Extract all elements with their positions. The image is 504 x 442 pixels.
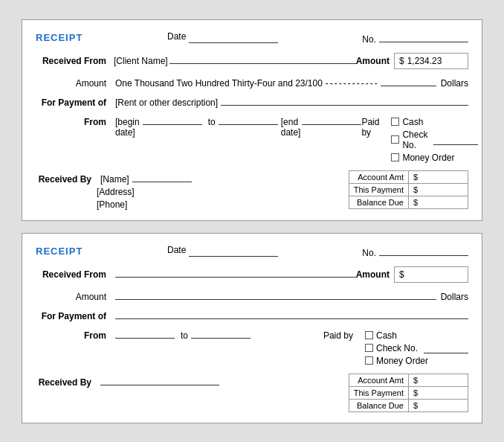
- receipt-1-account-amt-row: Account Amt $: [349, 170, 468, 183]
- receipt-1-account-amt-value: $: [409, 170, 468, 183]
- receipt-1-received-from-field[interactable]: [169, 52, 356, 64]
- receipt-1-from-label: From: [36, 117, 106, 127]
- receipt-2-from-label: From: [36, 330, 106, 341]
- receipt-2-paid-by-section: Paid by Cash Check No. Money Order: [323, 330, 468, 366]
- receipt-1-paid-by-section: Paid by Cash Check No. Money Order: [361, 117, 478, 163]
- receipt-1-phone-value: [Phone]: [97, 199, 127, 210]
- receipt-1-no-label: No.: [362, 34, 376, 45]
- receipt-2-this-payment-value: $: [409, 386, 468, 399]
- receipt-2-money-order-label: Money Order: [376, 356, 428, 366]
- receipt-1-from-field[interactable]: [143, 113, 202, 125]
- receipt-1-amount-box: $ 1,234.23: [394, 53, 468, 69]
- receipt-1-to-label: to: [208, 117, 216, 127]
- receipt-1-cash-option: Cash: [391, 117, 478, 127]
- receipt-1-check-option: Check No.: [391, 129, 478, 150]
- receipt-2-received-by-row: Received By: [36, 374, 219, 388]
- receipt-1-date-field[interactable]: [189, 31, 278, 43]
- receipt-1-account-table: Account Amt $ This Payment $ Balance Due…: [349, 170, 468, 209]
- receipt-1-received-by-label: Received By: [36, 174, 91, 185]
- receipt-2-balance-due-row: Balance Due $: [349, 399, 468, 411]
- receipt-2-check-no-field[interactable]: [424, 343, 468, 353]
- receipt-2-no-field[interactable]: [379, 244, 468, 256]
- receipt-2-amount-text-row: Amount Dollars: [36, 288, 468, 302]
- receipt-1: RECEIPT Date No. Received From [Client N…: [22, 19, 482, 221]
- receipt-1-amount-suffix: Dollars: [441, 78, 468, 89]
- receipt-1-phone-row: [Phone]: [97, 199, 192, 210]
- receipt-2-no-label: No.: [362, 248, 376, 258]
- receipt-2-account-amt-value: $: [409, 374, 468, 386]
- receipt-2-for-payment-label: For Payment of: [36, 311, 106, 321]
- receipt-2-for-payment-field[interactable]: [115, 307, 468, 319]
- receipt-2-received-from-label: Received From: [36, 269, 106, 280]
- receipt-2-money-order-checkbox[interactable]: [365, 356, 373, 365]
- receipt-1-paid-by-label: Paid by: [361, 117, 379, 138]
- receipt-1-received-by-field[interactable]: [132, 170, 192, 182]
- receipt-1-amount-text-row: Amount One Thousand Two Hundred Thirty-F…: [36, 74, 468, 89]
- receipt-1-paid-by-options: Cash Check No. Money Order: [391, 117, 478, 163]
- receipt-2-to-field[interactable]: [191, 327, 251, 339]
- receipt-1-money-order-label: Money Order: [402, 153, 454, 163]
- receipt-2-amount-text-field[interactable]: [115, 288, 436, 300]
- receipt-1-address-value: [Address]: [97, 187, 135, 197]
- receipt-2-from-field[interactable]: [115, 327, 175, 339]
- receipt-1-received-by-value: [Name]: [100, 174, 129, 185]
- receipt-1-received-from-label: Received From: [36, 56, 106, 66]
- receipt-1-to-field-extra[interactable]: [302, 113, 361, 125]
- receipt-1-balance-due-row: Balance Due $: [349, 196, 468, 208]
- receipt-2-account-amt-label: Account Amt: [349, 374, 408, 386]
- receipt-2-check-label: Check No.: [376, 343, 418, 353]
- receipt-1-no-field[interactable]: [379, 31, 468, 42]
- receipt-1-date-label: Date: [167, 31, 186, 43]
- receipt-1-to-value: [end date]: [281, 117, 301, 138]
- receipt-2-received-by-field[interactable]: [100, 374, 219, 385]
- receipt-1-this-payment-label: This Payment: [349, 183, 408, 196]
- receipt-2-check-checkbox[interactable]: [365, 344, 373, 352]
- receipt-2-cash-label: Cash: [376, 330, 397, 341]
- receipt-2-amount-label: Amount: [356, 269, 390, 280]
- receipt-2-bottom: Received By Account Amt $ This Payment $…: [36, 374, 468, 412]
- receipt-1-title: RECEIPT: [36, 32, 83, 43]
- receipt-1-money-order-option: Money Order: [391, 153, 478, 163]
- receipt-2-account-amt-row: Account Amt $: [349, 374, 468, 386]
- receipt-1-amount-text-field[interactable]: [381, 74, 436, 86]
- receipt-1-received-from-row: Received From [Client Name] Amount $ 1,2…: [36, 52, 468, 69]
- receipt-1-check-label: Check No.: [402, 129, 427, 150]
- receipt-1-check-no-field[interactable]: [433, 135, 478, 145]
- receipt-1-date-section: Date: [83, 31, 362, 43]
- receipt-1-dollar-sign: $: [399, 56, 404, 66]
- receipt-1-cash-label: Cash: [402, 117, 423, 127]
- receipt-1-address-row: [Address]: [97, 187, 192, 197]
- receipt-2-dollar-sign: $: [399, 269, 404, 280]
- receipt-2-received-from-field[interactable]: [115, 266, 356, 278]
- receipt-1-check-checkbox[interactable]: [391, 135, 399, 144]
- receipt-2-amount-suffix: Dollars: [441, 292, 468, 302]
- receipt-2-money-order-option: Money Order: [365, 356, 468, 366]
- receipt-2-header: RECEIPT Date No.: [36, 244, 468, 258]
- receipt-2-cash-checkbox[interactable]: [365, 331, 373, 339]
- receipt-1-received-from-value: [Client Name]: [114, 56, 168, 66]
- receipt-2-date-section: Date: [83, 245, 362, 257]
- receipt-2-to-label: to: [181, 330, 188, 341]
- receipt-1-from-row: From [begin date] to [end date] Paid by …: [36, 113, 468, 163]
- receipt-1-bottom: Received By [Name] [Address] [Phone] Acc…: [36, 170, 468, 210]
- receipt-1-balance-due-label: Balance Due: [349, 196, 408, 208]
- receipt-1-this-payment-row: This Payment $: [349, 183, 468, 196]
- receipt-2-received-from-row: Received From Amount $: [36, 266, 468, 283]
- receipt-2-received-by-label: Received By: [36, 377, 91, 388]
- receipt-2-balance-due-value: $: [409, 399, 468, 411]
- receipt-1-for-payment-label: For Payment of: [36, 97, 106, 108]
- receipt-1-cash-checkbox[interactable]: [391, 118, 399, 126]
- receipt-1-account-amt-label: Account Amt: [349, 170, 408, 183]
- receipt-1-from-value: [begin date]: [115, 117, 140, 138]
- receipt-1-for-payment-field[interactable]: [221, 94, 468, 106]
- receipt-1-received-by-section: Received By [Name] [Address] [Phone]: [36, 170, 192, 210]
- receipt-1-header: RECEIPT Date No.: [36, 31, 468, 45]
- receipt-2-for-payment-row: For Payment of: [36, 307, 468, 321]
- receipt-2-date-field[interactable]: [189, 245, 278, 257]
- receipt-2-from-row: From to Paid by Cash Check No.: [36, 327, 468, 366]
- receipt-2-title: RECEIPT: [36, 246, 83, 257]
- receipt-1-this-payment-value: $: [409, 183, 468, 196]
- receipt-1-to-date-field[interactable]: [219, 113, 278, 125]
- receipt-2-amount-box: $: [394, 266, 468, 283]
- receipt-1-money-order-checkbox[interactable]: [391, 153, 399, 161]
